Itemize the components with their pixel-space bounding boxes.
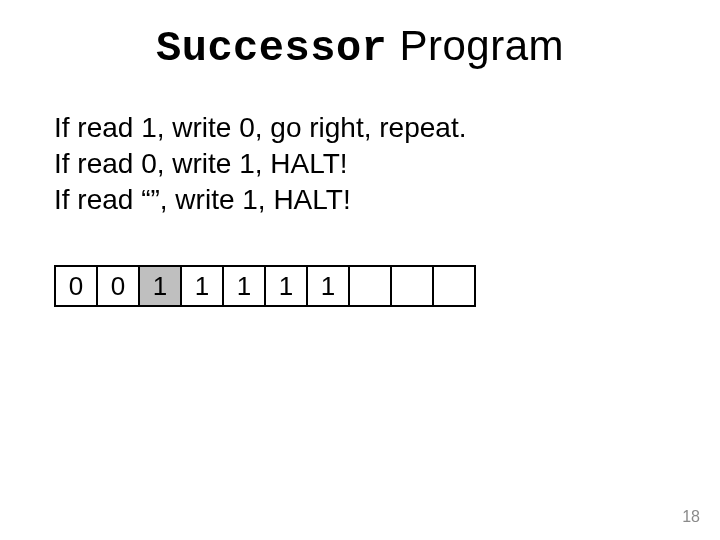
slide: Successor Program If read 1, write 0, go… xyxy=(0,0,720,540)
tape-cell: 0 xyxy=(98,267,140,305)
tape-cell: 1 xyxy=(266,267,308,305)
tape-cell: 1 xyxy=(308,267,350,305)
rule-line-2: If read 0, write 1, HALT! xyxy=(54,146,466,182)
tape-cell: 1 xyxy=(182,267,224,305)
rule-line-1: If read 1, write 0, go right, repeat. xyxy=(54,110,466,146)
tape-cell: 0 xyxy=(56,267,98,305)
tape-cell xyxy=(434,267,476,305)
page-number: 18 xyxy=(682,508,700,526)
rule-line-3: If read “”, write 1, HALT! xyxy=(54,182,466,218)
title-suffix: Program xyxy=(387,22,564,69)
tape-cell: 1 xyxy=(224,267,266,305)
title-program-name: Successor xyxy=(156,25,387,73)
program-rules: If read 1, write 0, go right, repeat. If… xyxy=(54,110,466,217)
tape-cell: 1 xyxy=(140,267,182,305)
tape-cell xyxy=(350,267,392,305)
slide-title: Successor Program xyxy=(0,22,720,73)
tape: 0011111 xyxy=(54,265,476,307)
tape-cell xyxy=(392,267,434,305)
